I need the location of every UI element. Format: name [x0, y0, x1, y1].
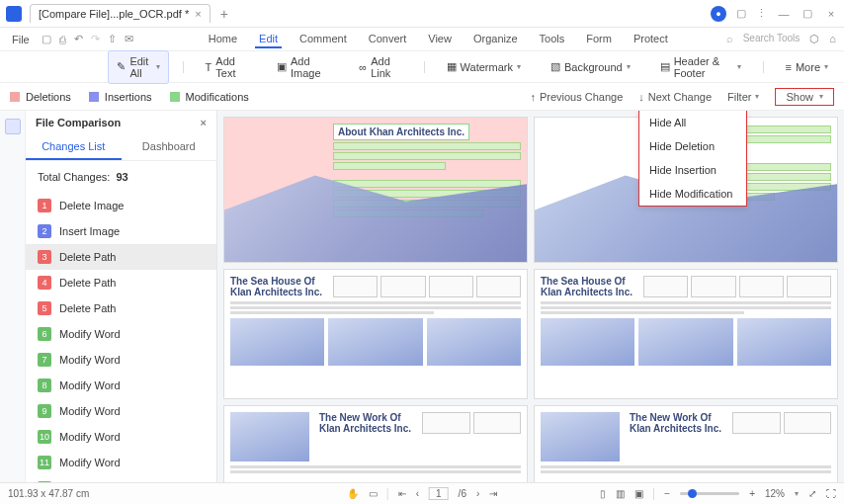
add-text-button[interactable]: TAdd Text	[198, 51, 255, 83]
menu-comment[interactable]: Comment	[295, 31, 351, 48]
change-item[interactable]: 6Modify Word	[26, 321, 216, 347]
fit-width-icon[interactable]: ⤢	[808, 488, 816, 499]
change-item[interactable]: 2Insert Image	[26, 218, 216, 244]
arrow-down-icon: ↓	[638, 91, 644, 103]
more-button[interactable]: ≡More▾	[778, 57, 836, 77]
document-viewer[interactable]: About Khan Architects Inc. The Sea House…	[217, 111, 844, 502]
zoom-value[interactable]: 12%	[765, 488, 785, 499]
change-label: Modify Word	[59, 405, 121, 417]
file-menu[interactable]: File	[8, 32, 34, 47]
home-icon[interactable]: ⌂	[829, 33, 836, 45]
change-item[interactable]: 1Delete Image	[26, 193, 216, 218]
view-facing-icon[interactable]: ▣	[634, 488, 643, 499]
total-changes: Total Changes:93	[26, 161, 216, 193]
change-item[interactable]: 11Modify Word	[26, 450, 216, 475]
doc-title: The Sea House Of Klan Architects Inc.	[541, 276, 639, 297]
menu-home[interactable]: Home	[205, 31, 241, 48]
select-icon[interactable]: ▭	[369, 488, 378, 499]
next-page-icon[interactable]: ›	[476, 488, 479, 499]
undo-icon[interactable]: ↶	[74, 33, 83, 45]
fullscreen-icon[interactable]: ⛶	[826, 488, 836, 499]
mail-icon[interactable]: ✉	[125, 33, 133, 45]
menu-tools[interactable]: Tools	[536, 31, 569, 48]
watermark-icon: ▦	[447, 60, 457, 73]
close-window-icon[interactable]: ×	[824, 8, 838, 20]
compare-rail-icon[interactable]	[5, 119, 21, 134]
change-item[interactable]: 10Modify Word	[26, 424, 216, 450]
add-link-button[interactable]: ∞Add Link	[351, 51, 409, 83]
last-page-icon[interactable]: ⇥	[489, 488, 497, 499]
watermark-button[interactable]: ▦Watermark▾	[439, 56, 529, 77]
background-button[interactable]: ▧Background▾	[543, 56, 638, 77]
menu-hide-all[interactable]: Hide All	[639, 111, 746, 134]
menu-view[interactable]: View	[424, 31, 456, 48]
filter-button[interactable]: Filter▾	[727, 91, 759, 103]
view-single-icon[interactable]: ▯	[600, 488, 606, 499]
cloud-icon[interactable]: ⬡	[809, 33, 819, 45]
compare-legend: Deletions Insertions Modifications ↑Prev…	[0, 83, 844, 111]
change-item[interactable]: 9Modify Word	[26, 398, 216, 424]
redo-icon[interactable]: ↷	[91, 33, 100, 45]
chat-icon[interactable]: ▢	[736, 7, 746, 20]
change-item[interactable]: 7Modify Word	[26, 347, 216, 373]
zoom-in-icon[interactable]: +	[749, 488, 755, 499]
change-item[interactable]: 4Delete Path	[26, 270, 216, 295]
change-label: Delete Path	[59, 251, 116, 263]
more-icon: ≡	[786, 61, 792, 73]
header-footer-button[interactable]: ▤Header & Footer▾	[652, 51, 749, 83]
zoom-out-icon[interactable]: −	[664, 488, 670, 499]
add-image-button[interactable]: ▣Add Image	[269, 51, 337, 83]
change-number-badge: 6	[38, 327, 51, 341]
zoom-slider[interactable]	[680, 492, 739, 495]
chevron-down-icon: ▾	[819, 92, 823, 101]
header-icon: ▤	[660, 60, 670, 73]
close-icon[interactable]: ×	[201, 117, 207, 128]
menu-edit[interactable]: Edit	[255, 31, 282, 48]
kebab-icon[interactable]: ⋮	[756, 7, 767, 20]
change-number-badge: 1	[38, 199, 51, 212]
change-item[interactable]: 8Modify Word	[26, 373, 216, 398]
page-input[interactable]: 1	[429, 487, 449, 500]
next-change-button[interactable]: ↓Next Change	[638, 91, 712, 103]
change-item[interactable]: 3Delete Path	[26, 244, 216, 270]
menu-hide-deletion[interactable]: Hide Deletion	[639, 134, 746, 158]
menu-hide-insertion[interactable]: Hide Insertion	[639, 158, 746, 182]
side-panel: File Comparison × Changes List Dashboard…	[26, 111, 217, 502]
tab-changes-list[interactable]: Changes List	[26, 134, 122, 160]
page-right-2[interactable]: The Sea House Of Klan Architects Inc.	[534, 269, 838, 399]
change-item[interactable]: 5Delete Path	[26, 295, 216, 321]
change-label: Modify Word	[59, 379, 121, 391]
menu-organize[interactable]: Organize	[469, 31, 522, 48]
first-page-icon[interactable]: ⇤	[398, 488, 406, 499]
change-label: Modify Word	[59, 354, 121, 366]
tab-label: [Compare File]...ple_OCR.pdf *	[39, 8, 189, 20]
change-number-badge: 7	[38, 353, 51, 367]
tab-dashboard[interactable]: Dashboard	[122, 134, 217, 160]
menu-form[interactable]: Form	[582, 31, 616, 48]
page-left-1[interactable]: About Khan Architects Inc.	[223, 117, 528, 263]
edit-all-button[interactable]: ✎ Edit All ▾	[108, 50, 168, 84]
save-icon[interactable]: ▢	[42, 33, 51, 45]
search-tools[interactable]: Search Tools	[743, 33, 801, 45]
maximize-icon[interactable]: ▢	[801, 7, 814, 20]
doc-title: The New Work Of Klan Architects Inc.	[630, 412, 728, 434]
share-icon[interactable]: ⇧	[108, 33, 117, 45]
document-tab[interactable]: [Compare File]...ple_OCR.pdf * ×	[30, 4, 211, 23]
prev-page-icon[interactable]: ‹	[416, 488, 419, 499]
print-icon[interactable]: ⎙	[59, 34, 66, 45]
previous-change-button[interactable]: ↑Previous Change	[530, 91, 623, 103]
page-left-2[interactable]: The Sea House Of Klan Architects Inc.	[223, 269, 528, 399]
menu-convert[interactable]: Convert	[365, 31, 411, 48]
change-label: Delete Image	[59, 200, 124, 211]
minimize-icon[interactable]: —	[777, 8, 791, 20]
menu-protect[interactable]: Protect	[630, 31, 672, 48]
add-tab-icon[interactable]: +	[220, 6, 228, 22]
hand-icon[interactable]: ✋	[347, 488, 359, 499]
change-label: Modify Word	[59, 457, 121, 468]
doc-title: About Khan Architects Inc.	[338, 126, 464, 137]
close-icon[interactable]: ×	[195, 8, 201, 20]
menu-hide-modification[interactable]: Hide Modification	[639, 182, 746, 206]
show-button[interactable]: Show▾	[775, 88, 834, 106]
user-avatar[interactable]: ●	[711, 6, 726, 22]
view-continuous-icon[interactable]: ▥	[616, 488, 625, 499]
